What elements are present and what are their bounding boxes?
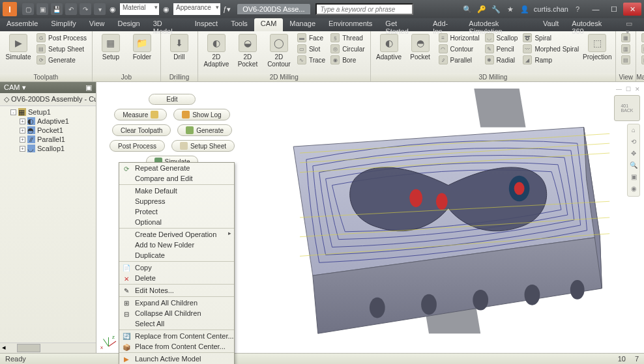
horizontal-button[interactable]: ≡Horizontal xyxy=(437,33,481,43)
setupsheet-button[interactable]: ▤Setup Sheet xyxy=(35,44,88,54)
tab-addins[interactable]: Add-Ins xyxy=(426,18,462,31)
pan-icon[interactable]: ✥ xyxy=(629,150,638,159)
tree-setup[interactable]: -▦Setup1 xyxy=(3,107,93,117)
qat-undo-icon[interactable]: ↶ xyxy=(65,3,77,15)
view-btn2[interactable]: ▥ xyxy=(620,44,632,54)
drill-button[interactable]: ⬇Drill xyxy=(165,33,194,61)
morphed-button[interactable]: 〰Morphed Spiral xyxy=(521,44,580,54)
mini-min-icon[interactable]: — xyxy=(616,86,622,92)
ctx-default[interactable]: Make Default xyxy=(119,184,234,196)
tab-manage[interactable]: Manage xyxy=(283,18,322,31)
ctx-replace[interactable]: 🔄Replace from Content Center... xyxy=(119,329,234,341)
material-combo[interactable]: Material xyxy=(120,3,159,15)
close-button[interactable]: ✕ xyxy=(623,3,641,16)
tab-3dmodel[interactable]: 3D Model xyxy=(147,18,188,31)
measure-pill[interactable]: Measure xyxy=(114,109,167,120)
view-btn1[interactable]: ▦ xyxy=(620,33,632,43)
ctx-copy[interactable]: 📄Copy xyxy=(119,261,234,273)
lookat-icon[interactable]: ▣ xyxy=(629,173,638,182)
minimize-button[interactable]: — xyxy=(587,3,605,16)
3dadaptive-button[interactable]: ◐Adaptive xyxy=(375,33,403,61)
wrench-icon[interactable]: 🔧 xyxy=(491,4,501,14)
tab-vault[interactable]: Vault xyxy=(536,18,565,31)
tab-tools[interactable]: Tools xyxy=(224,18,254,31)
tab-environments[interactable]: Environments xyxy=(322,18,379,31)
pencil-button[interactable]: ✎Pencil xyxy=(484,44,520,54)
ctx-derived[interactable]: Create Derived Operation▸ xyxy=(119,228,234,240)
slot-button[interactable]: ▭Slot xyxy=(296,44,327,54)
generate-button[interactable]: ⟳Generate xyxy=(35,55,88,65)
app-icon[interactable]: I xyxy=(3,2,17,16)
ctx-delete[interactable]: ✕Delete xyxy=(119,273,234,283)
qat-more-icon[interactable]: ▾ xyxy=(94,3,106,15)
user-icon[interactable]: 👤 xyxy=(520,4,530,14)
tab-cam[interactable]: CAM xyxy=(254,18,283,31)
ctx-suppress[interactable]: Suppress xyxy=(119,196,234,206)
edit-pill[interactable]: Edit xyxy=(149,94,196,105)
parallel-button[interactable]: ⫽Parallel xyxy=(437,55,481,65)
ctx-selectall[interactable]: Select All xyxy=(119,318,234,329)
ribbon-collapse-icon[interactable]: ▭ ▾ xyxy=(619,18,644,31)
2dpocket-button[interactable]: ◒2D Pocket xyxy=(233,33,262,68)
thread-button[interactable]: §Thread xyxy=(329,33,366,43)
browser-pin-icon[interactable]: ▣ xyxy=(85,83,92,92)
tab-inspect[interactable]: Inspect xyxy=(188,18,224,31)
ctx-compare[interactable]: Compare and Edit xyxy=(119,173,234,184)
search-input[interactable] xyxy=(315,3,413,15)
browser-header[interactable]: CAM ▾▣ xyxy=(0,82,96,93)
tree-op[interactable]: +◐Adaptive1 xyxy=(3,117,93,126)
spiral-button[interactable]: ➰Spiral xyxy=(521,33,580,43)
tab-assemble[interactable]: Assemble xyxy=(0,18,44,31)
ctx-notes[interactable]: ✎Edit Notes... xyxy=(119,284,234,296)
tab-view[interactable]: View xyxy=(83,18,111,31)
qat-new-icon[interactable]: ▢ xyxy=(22,3,34,15)
fullnav-icon[interactable]: ◉ xyxy=(629,185,638,194)
home-icon[interactable]: ⌂ xyxy=(629,126,638,135)
manage-btn2[interactable]: ▣ xyxy=(640,44,644,54)
trace-button[interactable]: ∿Trace xyxy=(296,55,327,65)
sheet-pill[interactable]: Setup Sheet xyxy=(171,140,235,152)
ramp-button[interactable]: ◢Ramp xyxy=(521,55,580,65)
2dadaptive-button[interactable]: ◐2D Adaptive xyxy=(202,33,231,68)
ctx-protect[interactable]: Protect xyxy=(119,206,234,217)
ctx-expand[interactable]: ⊞Expand All Children xyxy=(119,296,234,308)
ctx-launch[interactable]: ▶Launch Active Model xyxy=(119,352,234,364)
setup-button[interactable]: ▦Setup xyxy=(96,33,125,61)
face-button[interactable]: ▬Face xyxy=(296,33,327,43)
scallop-button[interactable]: ◡Scallop xyxy=(484,33,520,43)
view-cube[interactable]: 401BACK xyxy=(614,95,640,121)
zoom-icon[interactable]: 🔍 xyxy=(629,161,638,171)
tab-a360[interactable]: Autodesk 360 xyxy=(565,18,619,31)
qat-sphere-icon[interactable]: ◉ xyxy=(110,5,116,14)
3dpocket-button[interactable]: ◓Pocket xyxy=(406,33,435,61)
binoculars-icon[interactable]: 🔍 xyxy=(462,4,473,14)
ctx-newfolder[interactable]: Add to New Folder xyxy=(119,240,234,250)
view-btn3[interactable]: ▤ xyxy=(620,55,632,65)
radial-button[interactable]: ✱Radial xyxy=(484,55,520,65)
contour-button[interactable]: ◠Contour xyxy=(437,44,481,54)
generate-pill[interactable]: Generate xyxy=(177,124,232,136)
qat-dropdown-icon[interactable]: ▾ xyxy=(227,5,231,14)
maximize-button[interactable]: ☐ xyxy=(605,3,623,16)
ctx-collapse[interactable]: ⊟Collapse All Children xyxy=(119,308,234,318)
tree-op[interactable]: +◓Pocket1 xyxy=(3,126,93,135)
mini-max-icon[interactable]: ☐ xyxy=(626,86,631,92)
tab-getstarted[interactable]: Get Started xyxy=(379,18,426,31)
postprocess-button[interactable]: GPost Process xyxy=(35,33,88,43)
tab-simulation[interactable]: Autodesk Simulation xyxy=(462,18,536,31)
ctx-optional[interactable]: Optional xyxy=(119,217,234,227)
ctx-duplicate[interactable]: Duplicate xyxy=(119,250,234,260)
browser-root[interactable]: ◇ OV6-200DS Assembly - Custome xyxy=(0,93,96,106)
tab-simplify[interactable]: Simplify xyxy=(44,18,83,31)
circular-button[interactable]: ◎Circular xyxy=(329,44,366,54)
ctx-place[interactable]: 📦Place from Content Center... xyxy=(119,341,234,352)
manage-btn3[interactable]: ◫ xyxy=(640,55,644,65)
projection-button[interactable]: ⬚Projection xyxy=(583,33,611,61)
2dcontour-button[interactable]: ◯2D Contour xyxy=(265,33,293,68)
mini-close-icon[interactable]: ✕ xyxy=(635,86,640,92)
qat-save-icon[interactable]: 💾 xyxy=(51,3,63,15)
tree-op[interactable]: +◡Scallop1 xyxy=(3,144,93,153)
folder-button[interactable]: 📁Folder xyxy=(128,33,156,61)
viewport[interactable]: Edit Measure Show Log Clear Toolpath Gen… xyxy=(96,82,644,353)
showlog-pill[interactable]: Show Log xyxy=(173,109,229,120)
